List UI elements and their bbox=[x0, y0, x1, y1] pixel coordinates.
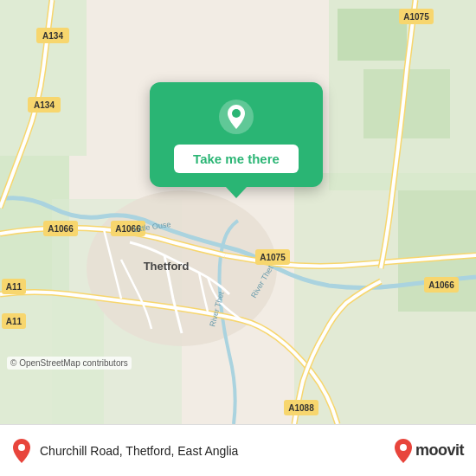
svg-text:A11: A11 bbox=[6, 317, 23, 326]
take-me-there-button[interactable]: Take me there bbox=[174, 145, 299, 173]
svg-text:A1075: A1075 bbox=[260, 253, 286, 262]
svg-rect-9 bbox=[398, 190, 476, 312]
svg-point-37 bbox=[18, 444, 25, 451]
address-text: Churchill Road, Thetford, East Anglia bbox=[40, 444, 238, 458]
svg-text:A1088: A1088 bbox=[288, 403, 314, 413]
svg-point-38 bbox=[400, 444, 407, 451]
popup-card: Take me there bbox=[150, 82, 323, 187]
moovit-logo: moovit bbox=[394, 439, 464, 463]
svg-text:A134: A134 bbox=[34, 100, 55, 110]
moovit-pin-icon bbox=[394, 439, 413, 463]
svg-text:A1066: A1066 bbox=[428, 280, 454, 290]
map-container: A134 A134 A1066 A1066 A1075 A1075 A11 A1… bbox=[0, 0, 476, 424]
moovit-wordmark: moovit bbox=[415, 441, 464, 460]
svg-text:A134: A134 bbox=[42, 31, 63, 41]
svg-text:Thetford: Thetford bbox=[144, 260, 190, 273]
location-marker-icon bbox=[12, 439, 31, 463]
bottom-bar: Churchill Road, Thetford, East Anglia mo… bbox=[0, 424, 476, 476]
svg-text:A1075: A1075 bbox=[403, 12, 429, 22]
svg-rect-7 bbox=[338, 9, 407, 61]
osm-attribution: © OpenStreetMap contributors bbox=[7, 357, 132, 370]
svg-point-36 bbox=[232, 109, 241, 118]
svg-text:A1066: A1066 bbox=[48, 224, 74, 234]
location-icon-container bbox=[12, 439, 31, 463]
svg-text:A11: A11 bbox=[6, 282, 23, 292]
location-pin-icon bbox=[217, 98, 255, 136]
